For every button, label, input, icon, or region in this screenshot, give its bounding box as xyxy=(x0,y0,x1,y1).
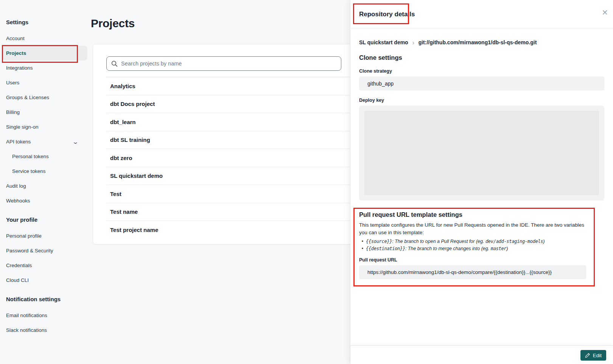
deploy-key-label: Deploy key xyxy=(359,98,604,103)
sidebar-item-slack-notifications[interactable]: Slack notifications xyxy=(6,323,86,338)
sidebar-item-personal-tokens[interactable]: Personal tokens xyxy=(6,149,86,164)
sidebar-item-projects[interactable]: Projects xyxy=(3,46,87,61)
annotation-box-pr-template-section: Pull request URL template settings This … xyxy=(353,208,595,286)
pr-template-description: This template configures the URL for new… xyxy=(359,221,586,236)
drawer-header: Repository details ✕ xyxy=(350,0,613,28)
sidebar-item-cloud-cli[interactable]: Cloud CLI xyxy=(6,273,86,288)
sidebar-item-credentials[interactable]: Credentials xyxy=(6,258,86,273)
pr-template-heading: Pull request URL template settings xyxy=(359,211,586,218)
sidebar-heading-settings: Settings xyxy=(6,19,86,25)
bullet-destination: • {{destination}}: The branch to merge c… xyxy=(359,246,586,252)
breadcrumb: SL quickstart demo › git://github.com/mi… xyxy=(359,39,604,45)
sidebar-item-service-tokens[interactable]: Service tokens xyxy=(6,164,86,179)
deploy-key-redacted-value xyxy=(364,111,599,195)
deploy-key-field xyxy=(359,106,604,201)
edit-button[interactable]: Edit xyxy=(580,350,606,361)
pull-request-url-label: Pull request URL xyxy=(359,257,586,263)
search-icon xyxy=(111,61,118,67)
sidebar-item-single-sign-on[interactable]: Single sign-on xyxy=(6,120,86,134)
sidebar-item-groups-licenses[interactable]: Groups & Licenses xyxy=(6,90,86,105)
sidebar-item-account[interactable]: Account xyxy=(6,31,86,46)
pr-template-bullet-list: • {{source}}: The branch to open a Pull … xyxy=(359,238,586,252)
close-icon[interactable]: ✕ xyxy=(602,8,608,17)
sidebar-item-api-tokens[interactable]: API tokens ⌄ xyxy=(6,134,86,149)
bullet-description: : The branch to merge changes into (eg. xyxy=(405,246,491,251)
sidebar-item-audit-log[interactable]: Audit log xyxy=(6,179,86,193)
chevron-down-icon: ⌄ xyxy=(72,140,79,143)
breadcrumb-project-name: SL quickstart demo xyxy=(359,39,408,45)
clone-strategy-label: Clone strategy xyxy=(359,68,604,74)
search-box xyxy=(106,56,341,71)
bullet-dot: • xyxy=(359,246,366,252)
sidebar-item-users[interactable]: Users xyxy=(6,75,86,90)
sidebar-item-email-notifications[interactable]: Email notifications xyxy=(6,308,86,323)
source-variable: {{source}} xyxy=(366,239,392,244)
pull-request-url-field: https://github.com/mirnawong1/db-sl-qs-d… xyxy=(359,265,586,279)
bullet-text: {{source}}: The branch to open a Pull Re… xyxy=(366,238,545,244)
sidebar-item-webhooks[interactable]: Webhooks xyxy=(6,193,86,208)
breadcrumb-repo-url: git://github.com/mirnawong1/db-sl-qs-dem… xyxy=(419,39,537,45)
destination-variable: {{destination}} xyxy=(366,246,405,251)
chevron-right-icon: › xyxy=(412,39,414,46)
search-input[interactable] xyxy=(121,61,336,67)
bullet-suffix: ) xyxy=(506,246,508,251)
clone-settings-heading: Clone settings xyxy=(359,54,604,61)
source-example-code: dev/add-staging-models xyxy=(485,239,543,244)
clone-strategy-field: github_app xyxy=(359,76,604,90)
bullet-text: {{destination}}: The branch to merge cha… xyxy=(366,246,508,252)
sidebar-item-password-security[interactable]: Password & Security xyxy=(6,243,86,258)
bullet-description: : The branch to open a Pull Request for … xyxy=(392,239,485,244)
edit-button-label: Edit xyxy=(593,353,602,358)
destination-example-code: master xyxy=(491,246,507,251)
settings-sidebar: Settings Account Projects Integrations U… xyxy=(0,0,91,364)
sidebar-item-integrations[interactable]: Integrations xyxy=(6,61,86,75)
sidebar-item-label: API tokens xyxy=(6,139,31,145)
pencil-icon xyxy=(585,353,590,358)
sidebar-heading-your-profile: Your profile xyxy=(6,216,86,223)
sidebar-item-billing[interactable]: Billing xyxy=(6,105,86,120)
drawer-body: SL quickstart demo › git://github.com/mi… xyxy=(350,39,613,286)
bullet-dot: • xyxy=(359,238,366,244)
sidebar-heading-notification-settings: Notification settings xyxy=(6,296,86,302)
drawer-footer: Edit xyxy=(350,345,613,364)
drawer-title: Repository details xyxy=(359,11,415,18)
bullet-suffix: ) xyxy=(543,239,545,244)
sidebar-item-personal-profile[interactable]: Personal profile xyxy=(6,229,86,243)
bullet-source: • {{source}}: The branch to open a Pull … xyxy=(359,238,586,244)
repository-details-drawer: Repository details ✕ SL quickstart demo … xyxy=(350,0,613,364)
